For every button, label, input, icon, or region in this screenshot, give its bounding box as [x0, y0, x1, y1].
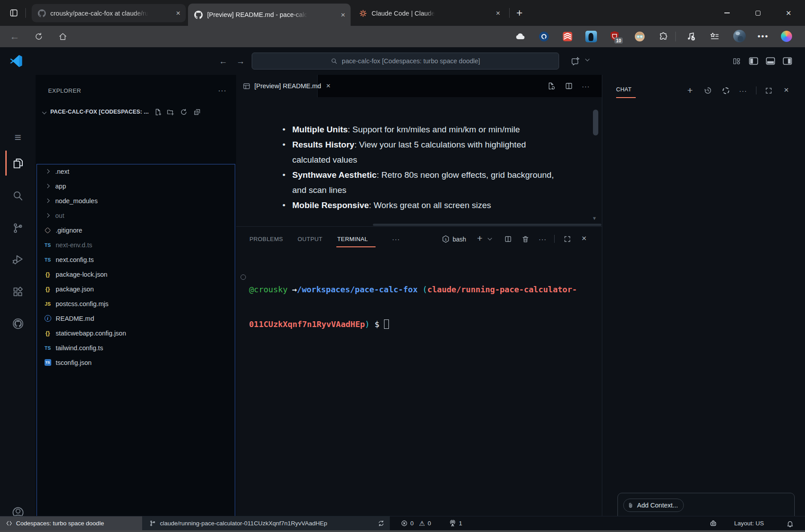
open-changes-icon[interactable]	[545, 80, 557, 92]
new-file-icon[interactable]	[152, 108, 164, 116]
problems-status-item[interactable]: 0 ⚠ 0	[401, 516, 431, 530]
preview-scrollbar-thumb[interactable]	[593, 110, 598, 135]
cloud-extension-icon[interactable]	[515, 31, 526, 42]
sync-changes-icon[interactable]	[378, 520, 384, 527]
window-close-button[interactable]: ×	[782, 6, 795, 20]
nav-back-icon[interactable]: ←	[217, 56, 229, 67]
browser-tab-1[interactable]: crousky/pace-calc-fox at claude/ru ×	[32, 4, 186, 22]
sidebar-item-run-debug[interactable]	[0, 248, 36, 271]
tree-item-out-folder[interactable]: out	[37, 208, 235, 223]
split-editor-icon[interactable]	[563, 80, 575, 92]
tree-item-next-folder[interactable]: .next	[37, 164, 235, 179]
maximize-panel-icon[interactable]	[561, 233, 573, 245]
scroll-down-arrow-icon[interactable]: ▾	[593, 215, 596, 221]
toggle-sidebar-icon[interactable]	[748, 55, 759, 67]
terminal-output[interactable]: @crousky→/workspaces/pace-calc-fox (clau…	[249, 261, 601, 353]
new-folder-icon[interactable]	[164, 108, 177, 116]
remote-indicator[interactable]: Codespaces: turbo space doodle	[0, 516, 142, 530]
keyboard-layout-item[interactable]: Layout: US	[734, 516, 764, 530]
workspace-section-header[interactable]: PACE-CALC-FOX [CODESPACES: ...	[36, 104, 236, 119]
window-minimize-button[interactable]	[720, 6, 734, 20]
branch-status-item[interactable]: claude/running-pace-calculator-011CUzkXq…	[142, 516, 390, 530]
sidebar-item-github[interactable]	[0, 312, 36, 335]
sidebar-item-extensions[interactable]	[0, 280, 36, 303]
close-tab-icon[interactable]: ×	[176, 9, 180, 17]
password-manager-extension-icon[interactable]	[538, 31, 550, 42]
explorer-more-actions-icon[interactable]: ···	[216, 85, 229, 97]
tree-item-package-lock[interactable]: {}package-lock.json	[37, 267, 235, 282]
tree-item-staticwebapp-config[interactable]: {}staticwebapp.config.json	[37, 326, 235, 340]
extensions-puzzle-icon[interactable]	[658, 31, 669, 42]
profile-avatar[interactable]	[733, 30, 746, 42]
notifications-bell-icon[interactable]	[784, 518, 796, 529]
shell-name[interactable]: bash	[453, 236, 466, 243]
preview-horizontal-scrollbar[interactable]	[373, 224, 601, 226]
tree-item-node-modules-folder[interactable]: node_modules	[37, 193, 235, 208]
new-chat-icon[interactable]: +	[684, 85, 696, 96]
close-panel-icon[interactable]: ×	[578, 233, 590, 244]
terminal-dropdown-chevron-icon[interactable]	[488, 236, 492, 241]
maximize-chat-icon[interactable]	[763, 85, 774, 96]
add-context-button[interactable]: Add Context...	[623, 499, 684, 512]
tree-item-next-config[interactable]: TSnext.config.ts	[37, 252, 235, 267]
chat-history-icon[interactable]	[702, 85, 714, 96]
media-controls-icon[interactable]	[685, 31, 697, 42]
copilot-icon[interactable]	[780, 30, 792, 42]
back-button[interactable]: ←	[8, 30, 21, 43]
chat-more-actions-icon[interactable]: ···	[737, 85, 749, 96]
home-button[interactable]	[56, 30, 69, 43]
ublock-extension-icon[interactable]: 10	[609, 30, 621, 42]
command-center-search[interactable]: pace-calc-fox [Codespaces: turbo space d…	[252, 53, 559, 70]
todoist-extension-icon[interactable]	[562, 31, 573, 42]
refresh-button[interactable]	[32, 30, 45, 43]
persona-extension-icon[interactable]	[634, 31, 646, 42]
tree-item-readme[interactable]: iREADME.md	[37, 311, 235, 326]
tree-item-package-json[interactable]: {}package.json	[37, 282, 235, 296]
kill-terminal-trash-icon[interactable]	[519, 233, 531, 245]
chat-title[interactable]: CHAT	[616, 86, 632, 93]
command-decoration-icon[interactable]	[241, 274, 246, 280]
customize-layout-icon[interactable]	[731, 55, 742, 67]
toggle-secondary-sidebar-icon[interactable]	[781, 55, 793, 67]
sidebar-item-explorer[interactable]	[0, 151, 36, 175]
browser-tab-3[interactable]: Claude Code | Claude ×	[353, 4, 506, 22]
tree-item-tailwind-config[interactable]: TStailwind.config.ts	[37, 340, 235, 355]
sidebar-item-source-control[interactable]	[0, 217, 36, 240]
nav-forward-icon[interactable]: →	[235, 56, 246, 67]
editor-tab-readme-preview[interactable]: [Preview] README.md ×	[236, 75, 318, 97]
new-terminal-icon[interactable]: +	[474, 233, 485, 244]
close-chat-icon[interactable]: ×	[780, 84, 792, 96]
ports-status-item[interactable]: 1	[449, 516, 462, 530]
chevron-down-icon[interactable]	[585, 57, 590, 61]
menu-hamburger-icon[interactable]: ≡	[0, 126, 36, 149]
toggle-panel-icon[interactable]	[764, 55, 776, 67]
sidebar-item-search[interactable]	[0, 184, 36, 207]
tree-item-app-folder[interactable]: app	[37, 179, 235, 193]
terminal-more-actions-icon[interactable]: ···	[537, 233, 548, 245]
kindle-extension-icon[interactable]	[585, 31, 597, 42]
tab-terminal[interactable]: TERMINAL	[337, 236, 368, 242]
copilot-chat-icon[interactable]	[569, 55, 581, 67]
tree-item-tsconfig[interactable]: TStsconfig.json	[37, 355, 235, 370]
tab-output[interactable]: OUTPUT	[298, 236, 323, 242]
browser-tab-2-active[interactable]: [Preview] README.md - pace-calc ×	[188, 4, 351, 26]
new-tab-button[interactable]: +	[513, 7, 526, 19]
refresh-explorer-icon[interactable]	[177, 108, 191, 116]
copilot-status-icon[interactable]	[707, 518, 719, 529]
close-tab-icon[interactable]: ×	[341, 11, 345, 19]
split-terminal-icon[interactable]	[502, 233, 514, 245]
tab-actions-button[interactable]	[7, 7, 20, 19]
tree-item-postcss-config[interactable]: JSpostcss.config.mjs	[37, 296, 235, 311]
close-tab-icon[interactable]: ×	[496, 9, 500, 17]
window-maximize-button[interactable]	[751, 6, 764, 20]
panel-tabs-more-icon[interactable]: ···	[390, 233, 402, 245]
tree-item-next-env[interactable]: TSnext-env.d.ts	[37, 237, 235, 252]
collapse-folders-icon[interactable]	[191, 108, 204, 116]
collections-icon[interactable]	[709, 31, 720, 42]
tree-item-gitignore[interactable]: .gitignore	[37, 223, 235, 237]
chat-settings-gear-icon[interactable]	[720, 85, 731, 96]
browser-settings-menu-icon[interactable]: •••	[756, 30, 770, 43]
tab-problems[interactable]: PROBLEMS	[249, 236, 283, 242]
close-editor-tab-icon[interactable]: ×	[326, 82, 331, 90]
editor-more-actions-icon[interactable]: ···	[580, 80, 592, 92]
